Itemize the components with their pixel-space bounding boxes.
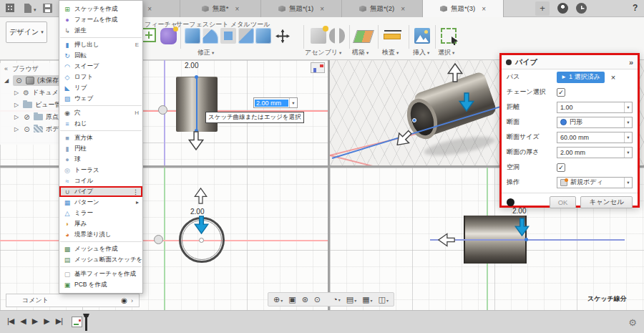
menu-item-box[interactable]: ■直方体 [59,132,142,143]
pipe-dialog-header[interactable]: パイプ » [502,55,638,69]
group-label-assemble[interactable]: アセンブリ▾ [305,48,341,57]
help-icon[interactable]: ? [633,3,638,13]
viewport-splitter-vertical[interactable] [328,60,330,310]
menu-item-cylinder[interactable]: ▮円柱 [59,143,142,154]
document-tab[interactable]: 無題*(3)× [423,0,504,17]
dropdown-caret-icon[interactable]: ▾ [624,132,632,143]
menu-item-create-form[interactable]: ●フォームを作成 [59,14,142,25]
shell-icon[interactable] [220,28,236,44]
go-to-start-icon[interactable]: |◀ [7,317,14,326]
step-back-icon[interactable]: ◀ [20,317,25,326]
close-tab-icon[interactable]: × [235,5,239,13]
dropdown-caret-icon[interactable]: ▾ [624,178,632,188]
menu-item-create-pcb[interactable]: ▣PCB を作成 [59,279,142,290]
split-body-icon[interactable] [255,28,271,44]
menu-item-torus[interactable]: ◎トーラス [59,165,142,175]
expand-arrow-icon[interactable]: ▷ [13,126,20,132]
viewport-widget-icon[interactable] [311,62,325,73]
create-sketch-icon[interactable] [142,28,156,42]
profile-icon[interactable] [557,3,568,14]
path-line[interactable] [196,77,197,131]
extend-left-arrow-icon[interactable] [438,233,455,247]
close-tab-icon[interactable]: × [320,5,324,13]
menu-item-sphere[interactable]: ●球 [59,154,142,165]
comment-indicator-icon[interactable]: ◉ [121,296,127,304]
dropdown-caret-icon[interactable]: ▾ [624,148,632,158]
distance-input[interactable]: 2.00 mm ▾ [253,97,298,108]
hollow-checkbox[interactable]: ✓ [557,163,565,172]
group-label-insert[interactable]: 挿入▾ [413,48,429,57]
new-component-icon[interactable] [311,28,326,44]
file-menu-caret-icon[interactable]: ▾ [34,7,36,13]
menu-item-coil[interactable]: ≈コイル [59,175,142,186]
menu-item-pipe[interactable]: ∪パイプ⋮ [59,186,142,197]
menu-item-thicken[interactable]: ◗厚み [59,218,142,229]
dialog-expand-icon[interactable]: » [629,58,633,67]
viewports-icon[interactable]: ◫▾ [376,295,391,304]
path-selection-button[interactable]: ►1 選択済み [557,72,605,83]
menu-item-revolve[interactable]: ↻回転 [59,50,142,61]
visibility-icon[interactable]: ⊙ [15,77,23,85]
document-tab[interactable]: 無題*(1)× [261,0,342,17]
dropdown-caret-icon[interactable]: ▾ [624,117,632,127]
clear-selection-icon[interactable]: × [611,73,615,82]
menu-item-boundary-fill[interactable]: ◕境界塗り潰し [59,229,142,240]
expand-arrow-icon[interactable]: ◢ [3,77,10,84]
step-forward-icon[interactable]: ▶ [44,317,49,326]
visibility-icon[interactable]: ⊙ [23,125,31,133]
menu-item-thread[interactable]: ≡ねじ [59,118,142,129]
menu-item-base-feature[interactable]: ▢基準フィーチャを作成 [59,269,142,279]
comment-bar[interactable]: コメント ◉ › [6,294,140,307]
document-tab[interactable]: 無題*× [180,0,261,17]
document-tab[interactable]: 無題*(2)× [342,0,423,17]
zoom-icon[interactable]: ⊙ [312,295,323,304]
offset-down-arrow-icon[interactable] [459,92,474,112]
menu-item-extrude[interactable]: ▮押し出しE [59,39,142,50]
play-icon[interactable]: ▶ [32,317,37,326]
offset-down-arrow-icon[interactable] [194,216,209,234]
menu-item-pattern[interactable]: ▦パターン▸ [59,197,142,208]
section-size-input[interactable]: 60.00 mm▾ [557,132,633,143]
grid-settings-icon[interactable]: ▦▾ [360,295,374,304]
expand-arrow-icon[interactable]: ▷ [13,114,20,120]
group-label-select[interactable]: 選択▾ [438,48,454,57]
zoom-window-icon[interactable]: ◔▾ [331,295,343,304]
menu-item-loft[interactable]: ◇ロフト [59,72,142,82]
display-settings-icon[interactable]: ▤▾ [344,295,358,304]
extend-up-arrow-icon[interactable] [447,63,463,82]
offset-down-arrow-icon[interactable] [514,218,530,236]
fillet-icon[interactable] [203,28,218,44]
ok-button[interactable]: OK [550,196,577,208]
menu-item-sweep[interactable]: ◠スイープ [59,61,142,72]
dropdown-caret-icon[interactable]: ▾ [624,102,632,112]
spinner-caret-icon[interactable]: ▾ [289,98,297,107]
section-thickness-input[interactable]: 2.00 mm▾ [557,147,633,158]
press-pull-icon[interactable] [185,28,200,44]
app-grid-icon[interactable] [6,4,14,12]
combine-icon[interactable] [238,28,254,44]
menu-item-derive[interactable]: ↳派生 [59,25,142,36]
move-copy-icon[interactable] [275,28,291,44]
group-label-inspect[interactable]: 検査▾ [382,48,399,57]
joint-icon[interactable] [329,28,345,44]
pan-icon[interactable]: ⊛ [300,295,311,304]
operation-dropdown[interactable]: 新規ボディ▾ [557,177,633,188]
timeline-settings-gear-icon[interactable]: ⚙ [628,317,637,328]
menu-item-mesh-section-sketch[interactable]: ▤メッシュ断面スケッチを作成 [59,254,142,265]
distance-value[interactable]: 2.00 mm [255,100,288,107]
menu-item-mirror[interactable]: △ミラー [59,208,142,218]
info-icon[interactable] [507,198,514,206]
close-tab-icon[interactable]: × [147,5,152,13]
new-document-button[interactable]: + [535,1,550,16]
look-at-icon[interactable]: ▣ [286,295,298,304]
insert-image-icon[interactable] [414,28,430,44]
viewport-top[interactable]: 2.00 [0,168,328,310]
menu-item-web[interactable]: ▨ウェブ [59,93,142,104]
expand-arrow-icon[interactable]: ▷ [13,90,20,96]
group-label-modify[interactable]: 修正▾ [197,48,214,57]
chain-selection-checkbox[interactable]: ✓ [557,88,565,97]
create-form-icon[interactable] [160,28,177,44]
menu-item-create-mesh[interactable]: ▩メッシュを作成 [59,243,142,254]
browser-root-item[interactable]: ⊙(未保存) [13,75,64,86]
construction-plane-icon[interactable] [353,30,374,43]
